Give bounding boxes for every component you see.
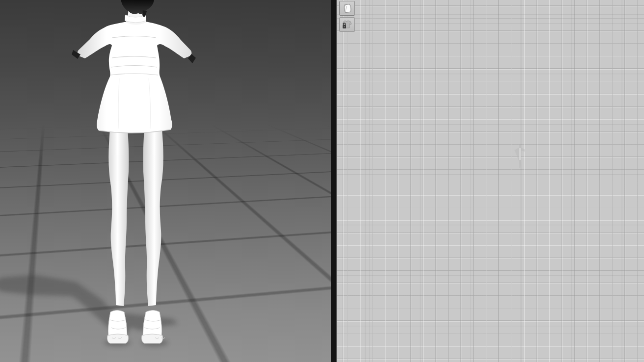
shirt-lock-icon [341,19,353,30]
avatar-dress[interactable] [78,22,192,133]
application-window [0,0,644,362]
avatar-legs [108,129,163,306]
pattern-piece-toggle-button[interactable] [339,1,355,16]
viewport-3d[interactable] [0,0,331,362]
pattern-origin-axis-horizontal [337,168,644,168]
pattern-2d-panel[interactable] [337,0,644,362]
pattern-origin-axis-vertical [521,0,521,362]
ghost-avatar-silhouette [510,142,531,171]
garment-lock-toggle-button[interactable] [339,17,355,32]
avatar-3d[interactable] [0,0,331,362]
panel-divider[interactable] [331,0,337,362]
pattern-piece-icon [341,2,353,14]
